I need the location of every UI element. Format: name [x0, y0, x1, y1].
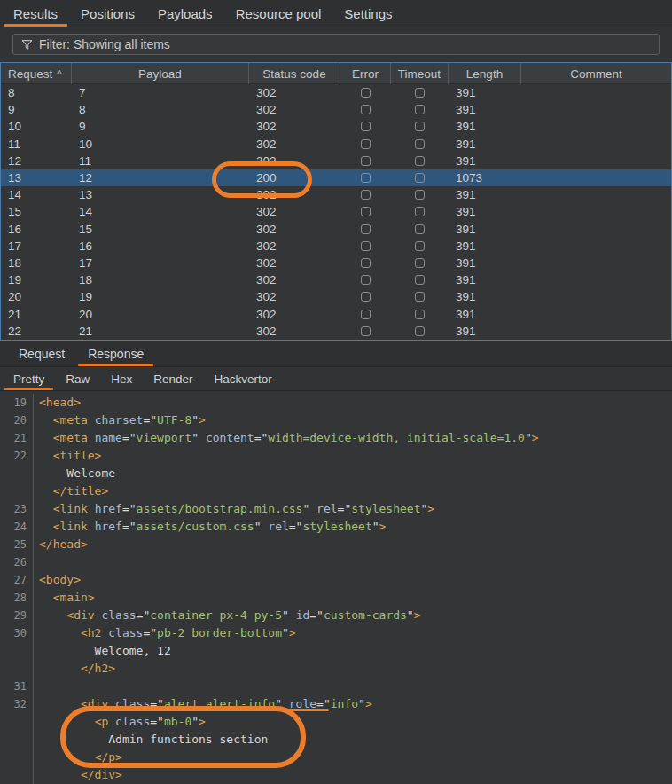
error-checkbox[interactable]	[361, 258, 371, 268]
table-row[interactable]: 2221302391	[1, 323, 671, 340]
column-header-comment[interactable]: Comment	[521, 63, 671, 84]
column-header-timeout[interactable]: Timeout	[391, 63, 449, 84]
error-checkbox[interactable]	[361, 224, 371, 234]
timeout-checkbox[interactable]	[415, 139, 425, 149]
code-text: <meta name="viewport" content="width=dev…	[34, 429, 539, 447]
cell-error	[340, 292, 391, 302]
error-checkbox[interactable]	[361, 88, 371, 98]
tab-settings[interactable]: Settings	[332, 0, 403, 27]
cell-timeout	[391, 310, 449, 319]
view-tab-raw[interactable]: Raw	[55, 367, 100, 390]
code-token-text: ="	[150, 715, 164, 728]
code-token-text: "	[372, 520, 379, 533]
code-token-text: "	[302, 502, 316, 515]
view-tab-hex[interactable]: Hex	[100, 367, 143, 390]
view-tab-render[interactable]: Render	[143, 367, 203, 390]
column-header-payload[interactable]: Payload	[72, 63, 249, 84]
timeout-checkbox[interactable]	[415, 275, 425, 285]
table-row[interactable]: 109302391	[1, 118, 671, 135]
error-checkbox[interactable]	[361, 310, 371, 319]
cell-payload: 13	[72, 188, 249, 201]
table-row[interactable]: 1716302391	[1, 238, 671, 255]
table-row[interactable]: 1211302391	[1, 153, 671, 169]
tab-positions[interactable]: Positions	[69, 0, 146, 27]
error-checkbox[interactable]	[361, 207, 371, 216]
cell-status-code: 302	[249, 223, 340, 236]
table-row[interactable]: 2019302391	[1, 288, 671, 305]
cell-payload: 9	[72, 120, 249, 133]
column-header-status_code[interactable]: Status code	[249, 63, 340, 84]
timeout-checkbox[interactable]	[415, 241, 425, 251]
code-token-string: pb-2 border-bottom	[157, 626, 282, 639]
table-row[interactable]: 1615302391	[1, 221, 671, 238]
error-checkbox[interactable]	[361, 139, 371, 149]
table-row[interactable]: 1413302391	[1, 186, 671, 203]
line-number	[0, 465, 34, 482]
code-token-attr: href	[95, 502, 122, 515]
tab-request[interactable]: Request	[7, 341, 76, 366]
timeout-checkbox[interactable]	[415, 310, 425, 319]
column-header-length[interactable]: Length	[449, 63, 521, 84]
table-row[interactable]: 87302391	[1, 84, 671, 101]
code-token-text: Welcome	[39, 466, 115, 480]
table-row[interactable]: 98302391	[1, 101, 671, 118]
code-line: 30 <h2 class="pb-2 border-bottom">	[0, 624, 672, 642]
table-row[interactable]: 2120302391	[1, 305, 671, 322]
timeout-checkbox[interactable]	[415, 258, 425, 268]
table-row[interactable]: 1918302391	[1, 271, 671, 288]
code-token-text	[39, 591, 53, 604]
cell-timeout	[391, 105, 449, 114]
error-checkbox[interactable]	[361, 122, 371, 131]
table-row[interactable]: 1817302391	[1, 255, 671, 271]
cell-payload: 8	[72, 103, 249, 116]
table-row[interactable]: 1514302391	[1, 203, 671, 220]
timeout-checkbox[interactable]	[415, 173, 425, 183]
code-text: <main>	[34, 589, 95, 607]
code-token-text: ="	[254, 431, 269, 444]
table-row[interactable]: 1110302391	[1, 136, 671, 153]
tab-response[interactable]: Response	[76, 341, 155, 366]
response-pretty-view[interactable]: 19<head>20 <meta charset="UTF-8">21 <met…	[0, 391, 672, 784]
cell-request: 21	[1, 308, 72, 321]
error-checkbox[interactable]	[361, 173, 371, 183]
error-checkbox[interactable]	[361, 105, 371, 114]
timeout-checkbox[interactable]	[415, 292, 425, 302]
code-line: </title>	[0, 482, 672, 500]
cell-status-code: 302	[249, 86, 340, 99]
column-header-request[interactable]: Request^	[1, 63, 72, 84]
line-number: 32	[0, 695, 34, 713]
code-token-tag: <div	[66, 608, 94, 622]
funnel-icon	[21, 39, 33, 51]
timeout-checkbox[interactable]	[415, 156, 425, 166]
code-token-text: "	[358, 697, 365, 710]
timeout-checkbox[interactable]	[415, 224, 425, 234]
tab-results[interactable]: Results	[2, 0, 69, 27]
filter-bar[interactable]: Filter: Showing all items	[12, 34, 660, 55]
tab-resource-pool[interactable]: Resource pool	[224, 0, 333, 27]
timeout-checkbox[interactable]	[415, 105, 425, 114]
error-checkbox[interactable]	[361, 275, 371, 285]
error-checkbox[interactable]	[361, 326, 371, 336]
cell-length: 391	[449, 223, 521, 236]
cell-timeout	[391, 88, 449, 98]
error-checkbox[interactable]	[361, 190, 371, 200]
error-checkbox[interactable]	[361, 292, 371, 302]
view-tab-hackvertor[interactable]: Hackvertor	[204, 367, 283, 390]
timeout-checkbox[interactable]	[415, 326, 425, 336]
column-header-label: Payload	[138, 67, 182, 81]
code-token-text: ="	[122, 520, 137, 533]
timeout-checkbox[interactable]	[415, 190, 425, 200]
code-text: <div class="alert alert-info" role="info…	[34, 695, 372, 713]
code-text: <meta charset="UTF-8">	[34, 412, 206, 429]
view-tab-pretty[interactable]: Pretty	[3, 367, 55, 390]
error-checkbox[interactable]	[361, 156, 371, 166]
code-token-text	[108, 697, 115, 710]
tab-payloads[interactable]: Payloads	[146, 0, 224, 27]
error-checkbox[interactable]	[361, 241, 371, 251]
column-header-error[interactable]: Error	[340, 63, 391, 84]
sort-ascending-icon: ^	[57, 68, 61, 79]
timeout-checkbox[interactable]	[415, 122, 425, 131]
timeout-checkbox[interactable]	[415, 88, 425, 98]
timeout-checkbox[interactable]	[415, 207, 425, 216]
table-row[interactable]: 13122001073	[1, 169, 671, 186]
